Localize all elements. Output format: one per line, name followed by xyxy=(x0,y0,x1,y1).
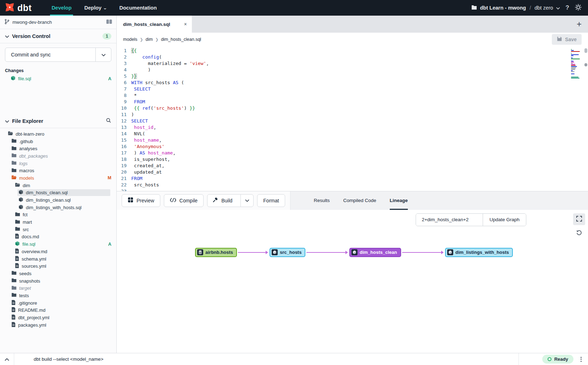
file-tree-item-sources-yml[interactable]: sources.yml xyxy=(0,262,116,270)
file-explorer-header[interactable]: File Explorer xyxy=(0,114,116,128)
file-tree-item-analyses[interactable]: analyses xyxy=(0,145,116,152)
lineage-node-src-hosts[interactable]: src_hosts xyxy=(270,248,305,257)
compile-button[interactable]: Compile xyxy=(164,194,204,207)
scrollbar-thumb[interactable] xyxy=(584,63,587,66)
file-tree-item--github[interactable]: .github xyxy=(0,138,116,145)
file-tree-item--gitignore[interactable]: .gitignore xyxy=(0,299,116,307)
code-line[interactable]: 10 {{ ref('src_hosts') }} xyxy=(117,105,588,111)
file-tree-item-fct[interactable]: fct xyxy=(0,211,116,219)
file-tree-item-models[interactable]: modelsM xyxy=(0,174,116,182)
file-tree-item-seeds[interactable]: seeds xyxy=(0,270,116,277)
code-line[interactable]: 20 updated_at xyxy=(117,169,588,175)
file-tree-item-snapshots[interactable]: snapshots xyxy=(0,277,116,285)
code-line[interactable]: 2 config( xyxy=(117,54,588,60)
file-tree-item-dim-listings-with-hosts-sql[interactable]: dim_listings_with_hosts.sql xyxy=(0,204,116,211)
save-button[interactable]: Save xyxy=(552,34,582,45)
file-tree-item-dbt-learn-zero[interactable]: dbt-learn-zero xyxy=(0,130,116,138)
code-line[interactable]: 13 host_id, xyxy=(117,124,588,131)
branch-row[interactable]: mwong-dev-branch xyxy=(0,16,116,29)
file-tree-item-logs[interactable]: logs xyxy=(0,160,116,167)
gear-icon[interactable] xyxy=(575,4,582,12)
close-tab-icon[interactable]: × xyxy=(184,21,187,27)
file-tree-item-dim-hosts-clean-sql[interactable]: dim_hosts_clean.sql xyxy=(0,189,116,197)
commit-and-sync-button[interactable]: Commit and sync xyxy=(5,48,111,62)
file-tree-item-overview-md[interactable]: overview.md xyxy=(0,248,116,255)
code-line[interactable]: 19 created_at, xyxy=(117,163,588,169)
new-tab-button[interactable]: + xyxy=(570,19,588,29)
changed-file-row[interactable]: file.sqlA xyxy=(0,75,116,83)
file-tree-item-docs-md[interactable]: docs.md xyxy=(0,233,116,241)
breadcrumb-separator: / xyxy=(529,5,532,11)
code-line[interactable]: 12SELECT xyxy=(117,118,588,124)
code-line[interactable]: 5}} xyxy=(117,73,588,80)
file-tree-item-macros[interactable]: macros xyxy=(0,167,116,174)
code-line[interactable]: 9 FROM xyxy=(117,99,588,105)
tab-lineage[interactable]: Lineage xyxy=(390,191,408,210)
project-selector[interactable]: dbt Learn - mwong / dbt zero xyxy=(471,5,560,11)
breadcrumb-item[interactable]: dim xyxy=(146,37,153,42)
code-line[interactable]: 7 SELECT xyxy=(117,86,588,92)
lineage-node-airbnb-hosts[interactable]: airbnb.hosts xyxy=(195,248,237,257)
code-line[interactable]: 21FROM xyxy=(117,175,588,182)
file-tree-item-tests[interactable]: tests xyxy=(0,292,116,299)
dbt-logo[interactable]: dbt xyxy=(0,0,35,16)
tab-compiled-code[interactable]: Compiled Code xyxy=(343,191,376,210)
help-icon[interactable]: ? xyxy=(566,4,569,11)
editor-scrollbar[interactable] xyxy=(583,46,588,191)
code-line[interactable]: 18 is_superhost, xyxy=(117,156,588,163)
nav-item-documentation[interactable]: Documentation xyxy=(113,0,163,16)
file-tree-item-dbt-packages[interactable]: dbt_packages xyxy=(0,152,116,160)
command-input[interactable]: dbt build --select <model_name> xyxy=(34,356,104,362)
file-tree-item-target[interactable]: target xyxy=(0,284,116,292)
file-tree-item-src[interactable]: src xyxy=(0,226,116,233)
build-options-dropdown[interactable] xyxy=(240,195,253,207)
build-button[interactable]: Build xyxy=(207,194,254,207)
file-tree-item-dim-listings-clean-sql[interactable]: dim_listings_clean.sql xyxy=(0,196,116,204)
breadcrumb-item[interactable]: dim_hosts_clean.sql xyxy=(161,37,201,42)
breadcrumb-item[interactable]: models xyxy=(123,37,137,42)
lineage-selector-input[interactable] xyxy=(416,214,483,226)
kebab-menu-icon[interactable] xyxy=(578,355,584,363)
file-tree-item-readme-md[interactable]: README.md xyxy=(0,307,116,314)
code-line[interactable]: 11) xyxy=(117,111,588,118)
reset-view-button[interactable] xyxy=(573,228,585,239)
format-button[interactable]: Format xyxy=(257,194,285,207)
code-line[interactable]: 16 'Anonymous' xyxy=(117,143,588,150)
expand-panel-button[interactable] xyxy=(0,353,14,365)
editor-tab[interactable]: dim_hosts_clean.sql × xyxy=(117,16,192,33)
lineage-node-dim-hosts-clean[interactable]: dim_hosts_clean xyxy=(349,248,401,257)
environment-name[interactable]: dbt zero xyxy=(534,5,553,11)
nav-item-deploy[interactable]: Deploy⌄ xyxy=(78,0,113,16)
minimap[interactable] xyxy=(571,49,582,80)
nav-item-develop[interactable]: Develop xyxy=(45,0,78,16)
version-control-header[interactable]: Version Control 1 xyxy=(0,29,116,43)
code-editor[interactable]: 1{{2 config(3 materialized = 'view',4 )5… xyxy=(117,46,588,191)
commit-options-dropdown[interactable] xyxy=(95,48,111,61)
file-tree-item-dbt-project-yml[interactable]: dbt_project.yml xyxy=(0,314,116,321)
code-line[interactable]: 8 * xyxy=(117,92,588,99)
code-line[interactable]: 6WITH src_hosts AS ( xyxy=(117,80,588,86)
lineage-node-dim-listings-with-hosts[interactable]: dim_listings_with_hosts xyxy=(445,248,513,257)
line-number: 12 xyxy=(117,118,131,124)
split-view-icon[interactable] xyxy=(106,19,112,25)
scrollbar-thumb[interactable] xyxy=(584,48,587,53)
code-line[interactable]: 23 xyxy=(117,188,588,191)
code-line[interactable]: 14 NVL( xyxy=(117,131,588,137)
file-tree-item-file-sql[interactable]: file.sqlA xyxy=(0,240,116,248)
search-icon[interactable] xyxy=(106,118,111,125)
code-line[interactable]: 22 src_hosts xyxy=(117,182,588,188)
file-tree-item-dim[interactable]: dim xyxy=(0,182,116,189)
code-line[interactable]: 17 ) AS host_name, xyxy=(117,150,588,156)
file-tree-item-mart[interactable]: mart xyxy=(0,218,116,226)
code-line[interactable]: 3 materialized = 'view', xyxy=(117,60,588,67)
folder-icon xyxy=(8,131,13,137)
preview-button[interactable]: Preview xyxy=(122,194,160,207)
code-line[interactable]: 4 ) xyxy=(117,67,588,73)
file-tree-item-schema-yml[interactable]: schema.yml xyxy=(0,255,116,263)
code-line[interactable]: 1{{ xyxy=(117,48,588,54)
code-line[interactable]: 15 host_name, xyxy=(117,137,588,143)
update-graph-button[interactable]: Update Graph xyxy=(483,214,526,226)
file-tree-item-packages-yml[interactable]: packages.yml xyxy=(0,321,116,329)
fullscreen-button[interactable] xyxy=(573,213,585,225)
tab-results[interactable]: Results xyxy=(314,191,330,210)
